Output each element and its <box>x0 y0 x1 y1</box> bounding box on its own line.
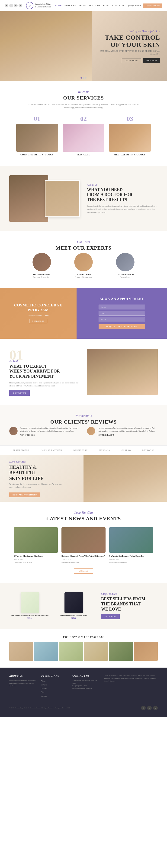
nav-home[interactable]: Home <box>55 4 62 7</box>
instagram-tile-2[interactable] <box>34 642 58 661</box>
product-card-1[interactable]: Aloe Vera Facial Toner – Organic & Natur… <box>9 592 50 619</box>
team-script: Our Team <box>9 240 158 244</box>
appointment-name-input[interactable] <box>99 305 145 309</box>
nav-services[interactable]: Services <box>65 4 76 7</box>
hero-subtitle: OUR DERMATOLOGIST IS DEVOTED TO BRING PR… <box>91 50 160 55</box>
testimonial-text-2: I am now a regular client because of the… <box>98 427 158 433</box>
testimonial-content-1: I genuinely appreciate attention while b… <box>20 427 80 436</box>
hero-dot-3[interactable] <box>85 77 87 79</box>
logo-circle: D <box>26 2 33 9</box>
about-content: About Us WHAT YOU NEEDFROM A DOCTOR FORT… <box>87 183 158 214</box>
footer-about-title: About Us <box>9 675 36 677</box>
footer-instagram-icon[interactable]: in <box>153 706 158 710</box>
concierge-right: BOOK AN APPOINTMENT REQUEST AN APPOINTME… <box>76 288 167 339</box>
contact-us-button[interactable]: CONTACT US <box>9 391 30 396</box>
about-section: About Us WHAT YOU NEEDFROM A DOCTOR FORT… <box>0 166 167 231</box>
concierge-overlay: COSMETIC CONCIERGE PROGRAM Lorem ipsum d… <box>0 288 76 339</box>
instagram-tile-5[interactable] <box>109 642 133 661</box>
hero-book-now-button[interactable]: BOOK NOW <box>143 58 160 63</box>
service-image-medical <box>109 124 151 152</box>
request-appointment-button[interactable]: REQUEST AN APPOINTMENT <box>99 324 145 329</box>
footer-twitter-icon[interactable]: t <box>147 706 152 710</box>
hero-image <box>0 11 92 81</box>
shop-section: Aloe Vera Facial Toner – Organic & Natur… <box>0 583 167 629</box>
footer-info-text: Lorem ipsum dolor sit amet, consectetur … <box>104 675 158 682</box>
view-all-news-button[interactable]: VIEW ALL <box>74 568 93 574</box>
about-image-1 <box>9 175 48 222</box>
instagram-tile-1[interactable] <box>9 642 33 661</box>
news-excerpt-2: Lorem ipsum dolor sit amet... <box>62 561 105 564</box>
service-card-skincare[interactable]: 02 SKIN CARE <box>63 115 104 157</box>
nav-appointment-button[interactable]: APPOINTMENT <box>143 3 162 8</box>
appointment-prep-section: 01 Be Well WHAT TO EXPECTWHEN YOU ARRIVE… <box>0 339 167 405</box>
service-card-medical[interactable]: 03 MEDICAL DERMATOLOGY <box>109 115 151 157</box>
hero-title: TAKE CONTROLOF YOUR SKIN <box>91 34 160 49</box>
hero-learn-more-button[interactable]: LEARN MORE <box>122 58 141 63</box>
news-section: Love The Skin LATEST NEWS AND EVENTS 5 T… <box>0 502 167 583</box>
news-meta-1: April 16, 2019 <box>14 559 58 560</box>
team-card-3[interactable]: Dr. Jonathan Lee Dermatologist <box>108 253 143 278</box>
news-card-2[interactable]: Botox vs Chemical Peels: What's the Diff… <box>62 527 105 564</box>
instagram-icon[interactable]: in <box>14 4 18 7</box>
instagram-tile-3[interactable] <box>59 642 83 661</box>
hero-person-photo <box>0 11 92 81</box>
news-card-3[interactable]: 5 Ways to Get Longer, Fuller Eyelashes A… <box>109 527 153 564</box>
service-name-medical: MEDICAL DERMATOLOGY <box>109 154 151 156</box>
service-name-cosmetic: COSMETIC DERMATOLOGY <box>16 154 58 156</box>
team-card-2[interactable]: Dr. Diana Jones Cosmetic Dermatology <box>66 253 101 278</box>
footer-phone: Tel: (800) 123 – 4567 <box>72 685 99 687</box>
footer-info-col: Lorem ipsum dolor sit amet, consectetur … <box>104 675 158 698</box>
concierge-left: COSMETIC CONCIERGE PROGRAM Lorem ipsum d… <box>0 288 76 339</box>
team-card-1[interactable]: Dr. Amelia Smith Cosmetic Dermatology <box>24 253 59 278</box>
footer-link-contact[interactable]: Contact <box>41 694 68 698</box>
logo-text: Dermatology Clinic & Cosmetic Center <box>35 3 52 8</box>
appointment-phone-input[interactable] <box>99 317 145 322</box>
concierge-title: COSMETIC CONCIERGE PROGRAM <box>5 303 72 313</box>
hero-dot-2[interactable] <box>83 77 84 79</box>
footer-link-blog[interactable]: Blog <box>41 690 68 694</box>
healthy-banner-cta-button[interactable]: BOOK AN APPOINTMENT <box>9 492 40 497</box>
hero-buttons: LEARN MORE BOOK NOW <box>91 58 160 63</box>
concierge-subtitle: Lorem ipsum dolor sit amet <box>28 314 49 317</box>
nav-about[interactable]: About <box>79 4 87 7</box>
nav-right: (123) 526-5806 APPOINTMENT <box>128 3 162 8</box>
team-name-2: Dr. Diana Jones <box>66 273 101 276</box>
nav-blog[interactable]: Blog <box>103 4 109 7</box>
nav-doctors[interactable]: Doctors <box>89 4 100 7</box>
product-card-2[interactable]: Alluminate Organic Anti-Aging Serum $17.… <box>53 592 94 619</box>
footer-bottom: © 2019 Dermatology Clinic & Cosmetic Cen… <box>9 703 158 710</box>
service-number-2: 02 <box>63 115 104 122</box>
nav-contacts[interactable]: Contacts <box>112 4 125 7</box>
instagram-tile-6[interactable] <box>134 642 158 661</box>
hero-dot-1[interactable] <box>80 77 82 79</box>
instagram-tile-4[interactable] <box>84 642 108 661</box>
twitter-icon[interactable]: t <box>9 4 13 7</box>
testimonial-card-1: I genuinely appreciate attention while b… <box>9 427 80 436</box>
concierge-read-more-button[interactable]: READ MORE <box>29 319 47 323</box>
concierge-form: REQUEST AN APPOINTMENT <box>99 305 145 329</box>
healthy-banner-person <box>84 455 167 502</box>
brand-4: MARSANA <box>99 449 110 452</box>
pinterest-icon[interactable]: p <box>19 4 22 7</box>
team-role-2: Cosmetic Dermatology <box>66 276 101 278</box>
footer-link-doctors[interactable]: Doctors <box>41 687 68 690</box>
footer-link-about[interactable]: About <box>41 679 68 683</box>
brands-section: DERMEDICARE LARISSA EASTMAN DERMAFORT MA… <box>0 445 167 455</box>
hero-section: Healthy & Beautiful Skin TAKE CONTROLOF … <box>0 11 167 81</box>
shop-now-button[interactable]: SHOP NOW <box>101 614 120 619</box>
team-title: MEET OUR EXPERTS <box>9 245 158 251</box>
brand-6: LATROOSE <box>142 449 155 452</box>
nav-social-icons: f t in p <box>5 4 22 7</box>
service-card-cosmetic[interactable]: 01 COSMETIC DERMATOLOGY <box>16 115 58 157</box>
facebook-icon[interactable]: f <box>5 4 8 7</box>
news-card-1[interactable]: 5 Tips for Eliminating Fine Lines April … <box>14 527 58 564</box>
footer-link-services[interactable]: Services <box>41 683 68 687</box>
news-title-3: 5 Ways to Get Longer, Fuller Eyelashes <box>109 555 153 558</box>
nav-phone: (123) 526-5806 <box>128 4 141 7</box>
footer-facebook-icon[interactable]: f <box>141 706 146 710</box>
service-image-skincare <box>63 124 104 152</box>
news-excerpt-1: Lorem ipsum dolor sit amet... <box>14 561 58 564</box>
appointment-email-input[interactable] <box>99 311 145 316</box>
product-name-1: Aloe Vera Facial Toner – Organic & Natur… <box>9 615 50 617</box>
logo[interactable]: D Dermatology Clinic & Cosmetic Center <box>26 2 52 9</box>
